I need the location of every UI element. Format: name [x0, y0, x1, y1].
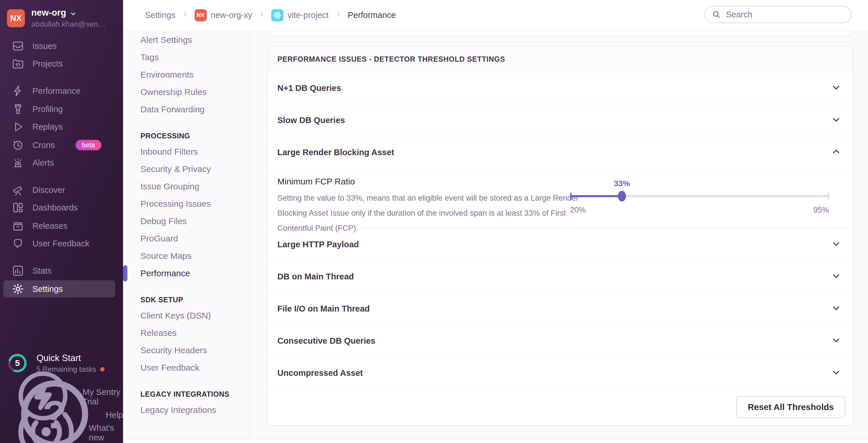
page-footer-edge: [123, 439, 868, 443]
slider-value-label: 33%: [614, 179, 630, 188]
slider-end-tick: [828, 193, 829, 200]
slider-start-tick: [570, 193, 571, 200]
chevron-down-icon: [831, 114, 841, 126]
subnav-item-security-privacy[interactable]: Security & Privacy: [123, 160, 249, 178]
sidebar-item-dashboards[interactable]: Dashboards: [0, 200, 123, 215]
breadcrumb-project-label: vite-project: [287, 10, 329, 20]
subnav-item-security-headers[interactable]: Security Headers: [123, 342, 249, 359]
chevron-right-icon: [334, 10, 342, 20]
panel-header: PERFORMANCE ISSUES - DETECTOR THRESHOLD …: [268, 46, 853, 72]
row-consecutive-db-queries[interactable]: Consecutive DB Queries: [268, 325, 853, 357]
top-bar: Settings NX new-org-xy vite-project Perf…: [123, 0, 868, 31]
breadcrumb-org[interactable]: NX new-org-xy: [194, 9, 252, 22]
sidebar-item-label: Alerts: [32, 158, 54, 168]
subnav-item-environments[interactable]: Environments: [123, 66, 249, 84]
setting-description: Setting the value to 33%, means that an …: [277, 191, 580, 236]
sidebar-item-label: Issues: [32, 41, 57, 51]
sidebar-item-settings[interactable]: Settings: [3, 280, 115, 298]
row-db-on-main-thread[interactable]: DB on Main Thread: [268, 261, 853, 293]
subnav-item-releases[interactable]: Releases: [123, 324, 249, 342]
clock-icon: [11, 139, 24, 152]
sidebar-item-projects[interactable]: Projects: [0, 57, 123, 71]
subnav-item-tags[interactable]: Tags: [123, 49, 249, 66]
play-icon: [11, 121, 24, 133]
folder-code-icon: [11, 57, 24, 70]
row-n-plus-one-db-queries[interactable]: N+1 DB Queries: [268, 72, 853, 104]
subnav-item-inbound-filters[interactable]: Inbound Filters: [123, 143, 249, 160]
sidebar-item-whats-new[interactable]: What's new: [0, 425, 123, 441]
sidebar-item-stats[interactable]: Stats: [0, 263, 123, 278]
row-file-io-on-main-thread[interactable]: File I/O on Main Thread: [268, 293, 853, 325]
sidebar-item-releases[interactable]: Releases: [0, 219, 123, 233]
org-avatar: NX: [7, 9, 25, 27]
subnav-item-proguard[interactable]: ProGuard: [123, 230, 249, 247]
subnav-item-legacy-integrations[interactable]: Legacy Integrations: [123, 401, 249, 419]
bar-chart-icon: [11, 264, 24, 277]
settings-subnav: Alert Settings Tags Environments Ownersh…: [123, 31, 250, 439]
subnav-item-source-maps[interactable]: Source Maps: [123, 247, 249, 265]
search-input[interactable]: [725, 9, 844, 20]
panel-footer: Reset All Thresholds: [268, 389, 853, 425]
inbox-icon: [11, 40, 24, 53]
subnav-item-performance[interactable]: Performance: [123, 265, 249, 282]
subnav-item-user-feedback[interactable]: User Feedback: [123, 359, 249, 376]
breadcrumb-page: Performance: [348, 10, 396, 20]
sidebar-item-label: Crons: [32, 140, 55, 150]
breadcrumb-project[interactable]: vite-project: [271, 9, 329, 22]
slider-thumb[interactable]: [618, 191, 626, 201]
row-slow-db-queries[interactable]: Slow DB Queries: [268, 104, 853, 136]
subnav-item-processing-issues[interactable]: Processing Issues: [123, 195, 249, 213]
subnav-item-issue-grouping[interactable]: Issue Grouping: [123, 178, 249, 195]
sidebar-item-issues[interactable]: Issues: [0, 39, 123, 53]
sidebar-item-profiling[interactable]: Profiling: [0, 102, 123, 117]
telescope-icon: [11, 184, 24, 196]
sidebar-item-label: Releases: [32, 221, 67, 231]
sidebar-item-label: Settings: [32, 284, 63, 294]
broadcast-icon: [11, 397, 81, 443]
layout-icon: [11, 201, 24, 214]
beta-badge: beta: [75, 140, 101, 150]
sidebar-item-alerts[interactable]: Alerts: [0, 156, 123, 170]
detector-threshold-panel: PERFORMANCE ISSUES - DETECTOR THRESHOLD …: [268, 46, 853, 425]
sidebar-item-label: Discover: [32, 185, 65, 195]
subnav-item-client-keys[interactable]: Client Keys (DSN): [123, 307, 249, 324]
previous-panel-edge: [268, 31, 853, 35]
chevron-right-icon: [258, 10, 266, 20]
chevron-down-icon: [831, 367, 841, 379]
subnav-item-data-forwarding[interactable]: Data Forwarding: [123, 101, 249, 118]
sidebar-item-label: Dashboards: [32, 203, 78, 213]
sidebar-item-replays[interactable]: Replays: [0, 120, 123, 134]
chevron-up-icon: [831, 147, 841, 158]
sidebar-item-label: Projects: [32, 59, 63, 69]
breadcrumb-settings[interactable]: Settings: [145, 10, 176, 20]
sidebar-item-label: Profiling: [32, 104, 63, 114]
gear-icon: [11, 283, 24, 295]
react-project-icon: [271, 9, 283, 22]
reset-all-thresholds-button[interactable]: Reset All Thresholds: [736, 396, 845, 418]
sidebar-item-label: Performance: [32, 86, 81, 96]
org-switcher[interactable]: NX new-org abdullah.khan@sen…: [7, 7, 105, 29]
row-large-render-blocking-asset[interactable]: Large Render Blocking Asset: [268, 136, 853, 168]
slider-min-label: 20%: [570, 205, 586, 215]
large-render-blocking-asset-settings: Minimum FCP Ratio Setting the value to 3…: [268, 168, 853, 228]
archive-box-icon: [11, 219, 24, 232]
org-email: abdullah.khan@sen…: [31, 20, 105, 29]
subnav-item-ownership-rules[interactable]: Ownership Rules: [123, 84, 249, 101]
chevron-down-icon: [70, 9, 77, 16]
subnav-section-sdk-setup: SDK SETUP: [123, 289, 249, 307]
sidebar-item-discover[interactable]: Discover: [0, 183, 123, 197]
subnav-item-alert-settings[interactable]: Alert Settings: [123, 31, 249, 49]
sidebar-item-label: User Feedback: [32, 239, 90, 248]
sidebar-item-performance[interactable]: Performance: [0, 84, 123, 98]
breadcrumb-org-label: new-org-xy: [211, 10, 252, 20]
sidebar-item-user-feedback[interactable]: User Feedback: [0, 236, 123, 251]
sidebar-item-label: Help: [106, 410, 123, 420]
siren-icon: [11, 156, 24, 169]
sidebar-item-crons[interactable]: Crons beta: [0, 138, 123, 152]
row-uncompressed-asset[interactable]: Uncompressed Asset: [268, 357, 853, 389]
chevron-right-icon: [181, 10, 189, 20]
subnav-item-debug-files[interactable]: Debug Files: [123, 213, 249, 230]
chevron-down-icon: [831, 271, 841, 282]
search-icon: [712, 10, 721, 19]
sidebar-item-label: What's new: [89, 423, 123, 442]
